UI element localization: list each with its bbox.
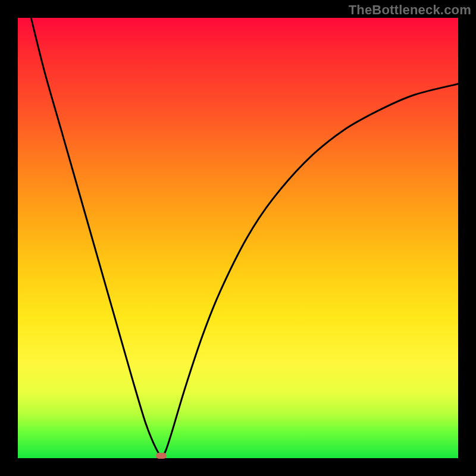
attribution-text: TheBottleneck.com — [349, 2, 471, 18]
chart-frame: TheBottleneck.com — [0, 0, 476, 476]
minimum-marker — [156, 453, 167, 459]
bottleneck-curve — [18, 18, 458, 458]
plot-area — [18, 18, 458, 458]
